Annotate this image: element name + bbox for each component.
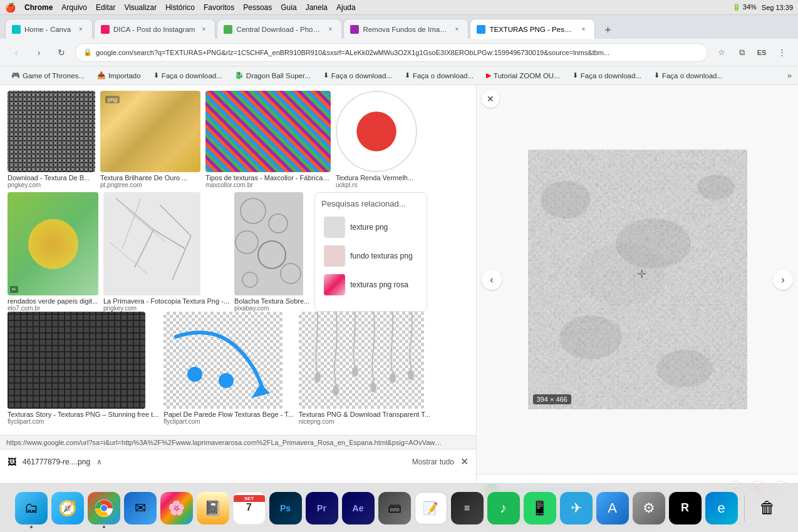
preview-area: ✕ ‹ (477, 85, 798, 474)
dock-item-mail[interactable]: ✉ (124, 492, 157, 524)
forward-button[interactable]: › (30, 44, 48, 61)
bookmark-dragonball[interactable]: 🐉 Dragon Ball Super... (230, 70, 316, 81)
bookmarks-more-button[interactable]: » (787, 71, 792, 80)
download-chevron-icon[interactable]: ∧ (96, 458, 102, 466)
address-bar[interactable]: 🔒 google.com/search?q=TEXTURAS+PNG&rlz=1… (75, 43, 708, 62)
dock-item-notch[interactable]: ≡ (451, 492, 484, 524)
back-button[interactable]: ‹ (8, 44, 25, 61)
image-item-bolacha[interactable] (234, 192, 303, 295)
menu-guia[interactable]: Guia (281, 3, 296, 12)
related-label-3: texturas png rosa (350, 280, 408, 289)
reload-button[interactable]: ↻ (53, 44, 70, 61)
tab-central[interactable]: Central Download - Photo Ca... × (217, 19, 342, 39)
dock-item-spotify[interactable]: ♪ (487, 492, 520, 524)
chrome-window: Home - Canva × DICA - Post do Instagram … (0, 15, 798, 532)
more-menu-button[interactable]: ⋮ (773, 44, 790, 61)
tab-texturas[interactable]: TEXTURAS PNG - Pesquisa G... × (470, 19, 595, 39)
bookmark-download5[interactable]: ⬇ Faça o download... (649, 70, 728, 81)
image-item-laprimavera[interactable] (103, 192, 200, 295)
bookmark-download4[interactable]: ⬇ Faça o download... (567, 70, 646, 81)
image-item-4[interactable] (336, 91, 417, 172)
menu-pessoas[interactable]: Pessoas (243, 3, 272, 12)
dock-item-systemprefs[interactable]: ⚙ (633, 492, 665, 524)
dock-item-trash[interactable]: 🗑 (751, 492, 784, 524)
related-item-2[interactable]: fundo texturas png (321, 242, 420, 270)
bookmark-got[interactable]: 🎮 Game of Thrones... (6, 70, 90, 81)
image-item-3[interactable] (205, 91, 331, 172)
tab-title-remova: Remova Fundos de Imagens -... (363, 26, 448, 33)
bookmark-star-button[interactable]: ☆ (713, 44, 730, 61)
image-source-nicepng: nicepng.com (299, 418, 430, 425)
dock-item-premiere[interactable]: Pr (306, 492, 338, 524)
dock-item-chrome[interactable] (88, 492, 120, 524)
dock-item-photoshop[interactable]: Ps (269, 492, 302, 524)
related-item-3[interactable]: texturas png rosa (321, 271, 420, 299)
svg-point-21 (352, 367, 358, 377)
dock-item-files[interactable]: 🗃 (378, 492, 411, 524)
tab-canva[interactable]: Home - Canva × (5, 19, 93, 39)
profile-button[interactable]: ES (753, 44, 770, 61)
dock-item-telegram[interactable]: ✈ (560, 492, 593, 524)
clock: Seg 13:39 (762, 4, 793, 11)
grid-cell-1: Download - Textura De B... pngkey.com (8, 91, 95, 188)
tab-favicon-dica (101, 25, 110, 34)
menu-chrome[interactable]: Chrome (24, 3, 53, 12)
dock-item-roblox[interactable]: R (669, 492, 702, 524)
image-item-nicepng[interactable] (299, 312, 424, 409)
dock-item-textedit[interactable]: 📝 (415, 492, 447, 524)
image-item-story[interactable] (8, 312, 145, 409)
menu-historico[interactable]: Histórico (165, 3, 195, 12)
preview-close-button[interactable]: ✕ (482, 90, 499, 108)
show-all-button[interactable]: Mostrar tudo (412, 458, 454, 466)
image-size-badge: 394 × 466 (533, 394, 571, 404)
tab-dica[interactable]: DICA - Post do Instagram × (94, 19, 215, 39)
image-item-lace[interactable]: ✏ (8, 192, 98, 295)
menu-arquivo[interactable]: Arquivo (61, 3, 87, 12)
dock-item-photos[interactable]: 🌸 (160, 492, 193, 524)
dock-item-edge[interactable]: e (705, 492, 738, 524)
image-caption-bolacha: Bolacha Textura Sobre... (234, 297, 309, 305)
bookmark-tutorial[interactable]: ▶ Tutorial ZOOM OU... (481, 70, 565, 81)
tab-close-dica[interactable]: × (199, 24, 209, 34)
related-item-1[interactable]: texture png (321, 213, 420, 241)
tab-close-texturas[interactable]: × (578, 24, 588, 34)
preview-next-button[interactable]: › (773, 270, 793, 290)
tab-close-canva[interactable]: × (76, 24, 86, 34)
dock-item-calendar[interactable]: SET 7 (233, 492, 266, 524)
menu-visualizar[interactable]: Visualizar (124, 3, 157, 12)
dock-divider (744, 495, 745, 521)
bookmark-download3[interactable]: ⬇ Faça o download... (400, 70, 479, 81)
menu-ajuda[interactable]: Ajuda (336, 3, 356, 12)
menu-editar[interactable]: Editar (96, 3, 115, 12)
bookmark-importado[interactable]: 📥 Importado (92, 70, 146, 81)
dock-item-notes[interactable]: 📓 (197, 492, 229, 524)
dock-item-safari[interactable]: 🧭 (51, 492, 84, 524)
image-source-flow: flyclipart.com (163, 418, 293, 425)
download-filename: 461777879-re....png (23, 458, 90, 466)
menu-favoritos[interactable]: Favoritos (204, 3, 234, 12)
dock-item-finder[interactable]: 🗂 (15, 492, 48, 524)
preview-image[interactable]: ✛ 394 × 466 (528, 150, 747, 409)
bookmark-download1[interactable]: ⬇ Faça o download... (148, 70, 227, 81)
svg-point-24 (408, 370, 414, 380)
menu-janela[interactable]: Janela (306, 3, 328, 12)
related-searches-box: Pesquisas relacionad... texture png fund… (314, 192, 427, 312)
tab-close-remova[interactable]: × (452, 24, 462, 34)
tab-remova[interactable]: Remova Fundos de Imagens -... × (343, 19, 469, 39)
status-bar: https://www.google.com/url?sa=i&url=http… (0, 435, 476, 449)
extensions-button[interactable]: ⧉ (733, 44, 750, 61)
image-item-flow[interactable] (163, 312, 282, 409)
bookmark-download2[interactable]: ⬇ Faça o download... (318, 70, 397, 81)
svg-point-30 (697, 175, 735, 200)
apple-menu[interactable]: 🍎 (5, 3, 16, 13)
preview-prev-button[interactable]: ‹ (482, 270, 502, 290)
new-tab-button[interactable]: + (599, 21, 616, 39)
tab-close-central[interactable]: × (325, 24, 335, 34)
image-item-1[interactable] (8, 91, 95, 172)
dock-item-appstore[interactable]: A (596, 492, 629, 524)
grid-cell-story: Texturas Story - Texturas PNG – Stunning… (8, 312, 158, 425)
download-bar-close-button[interactable]: ✕ (460, 456, 469, 468)
dock-item-whatsapp[interactable]: 📱 (524, 492, 556, 524)
dock-item-aftereffects[interactable]: Ae (342, 492, 375, 524)
image-item-2[interactable]: png (100, 91, 200, 172)
